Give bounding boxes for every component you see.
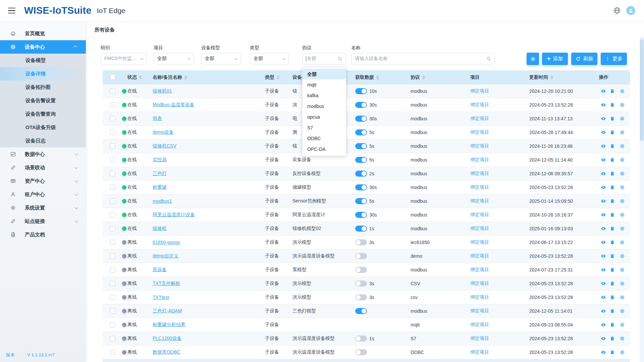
bind-project-link[interactable]: 绑定项目 [470,349,489,355]
device-name-link[interactable]: 三色灯-ADAM [153,308,182,314]
settings-icon[interactable] [619,212,625,218]
view-icon[interactable] [600,239,606,245]
row-checkbox[interactable] [110,198,115,204]
row-checkbox[interactable] [110,336,115,341]
delete-icon[interactable] [610,143,615,149]
bind-project-link[interactable]: 绑定项目 [470,336,489,342]
settings-icon[interactable] [619,184,625,190]
bind-project-link[interactable]: 绑定项目 [470,281,489,287]
device-name-link[interactable]: 镭修机 [153,226,167,232]
sidebar-item-scene-linkage[interactable]: 场景联动 [0,161,86,174]
column-header-actions[interactable]: 操作 [599,74,608,80]
row-checkbox[interactable] [110,240,115,245]
bind-project-link[interactable]: 绑定项目 [470,226,489,232]
delete-icon[interactable] [610,198,615,204]
device-name-link[interactable]: 电表 [153,116,162,122]
sidebar-item-site-links[interactable]: 站点链接 [0,215,86,228]
menu-toggle-icon[interactable] [8,8,15,14]
delete-icon[interactable] [610,226,615,232]
sort-icon[interactable] [184,75,187,79]
device-name-link[interactable]: 称重罐分析结果 [153,322,185,328]
sidebar-subitem[interactable]: 设备告警设置 [0,94,86,107]
view-icon[interactable] [600,253,606,259]
column-header-type[interactable]: 类型 [265,74,279,80]
view-icon[interactable] [600,281,606,287]
delete-icon[interactable] [610,322,615,328]
sidebar-subitem[interactable]: 设备拓扑图 [0,80,86,94]
acquire-toggle[interactable] [355,129,367,135]
row-checkbox[interactable] [110,185,115,190]
bind-project-link[interactable]: 绑定项目 [470,308,489,314]
sidebar-item-data-center[interactable]: 数据中心 [0,147,86,161]
settings-icon[interactable] [619,198,625,204]
sort-icon[interactable] [277,75,279,79]
view-icon[interactable] [600,88,606,94]
filter-select-model[interactable]: 全部 [201,53,241,64]
delete-icon[interactable] [610,240,615,245]
sort-icon[interactable] [376,75,379,79]
delete-icon[interactable] [610,171,615,177]
settings-icon[interactable] [619,239,625,245]
view-icon[interactable] [600,336,606,342]
protocol-option[interactable]: kafka [303,90,346,101]
delete-icon[interactable] [610,295,615,300]
device-name-link[interactable]: Modbus-温湿度设备 [153,102,194,108]
select-all-checkbox[interactable] [110,74,115,80]
delete-icon[interactable] [610,267,615,273]
sidebar-subitem[interactable]: 设备日志 [0,134,86,147]
device-name-link[interactable]: demo设备 [153,129,174,135]
acquire-toggle[interactable] [355,143,367,149]
protocol-option[interactable]: mqtt [303,79,346,90]
settings-icon[interactable] [619,143,625,149]
acquire-toggle[interactable] [355,239,367,245]
settings-icon[interactable] [619,322,625,328]
bind-project-link[interactable]: 绑定项目 [470,143,489,149]
protocol-option[interactable]: opcua [303,112,346,122]
delete-icon[interactable] [610,253,615,259]
bind-project-link[interactable]: 绑定项目 [470,116,489,122]
column-header-name[interactable]: 名称/备注名称 [153,74,187,80]
settings-icon[interactable] [619,336,625,342]
filter-select-project[interactable]: 全部 [154,53,194,64]
filter-select-type[interactable]: 全部 [250,53,289,64]
sidebar-subitem[interactable]: 设备告警查询 [0,107,86,121]
device-name-link[interactable]: demo自定义 [153,253,178,259]
view-icon[interactable] [600,294,606,300]
row-checkbox[interactable] [110,253,115,259]
settings-icon[interactable] [619,157,625,163]
name-search-input[interactable]: 请输入设备名称 [351,53,495,64]
acquire-toggle[interactable] [355,349,367,355]
view-icon[interactable] [600,267,606,273]
row-checkbox[interactable] [110,212,115,218]
column-header-project[interactable]: 项目 [470,74,480,80]
row-checkbox[interactable] [110,281,115,286]
delete-icon[interactable] [610,116,615,122]
row-checkbox[interactable] [110,143,115,149]
scrollbar[interactable] [640,37,644,362]
language-globe-icon[interactable] [613,7,621,14]
settings-icon[interactable] [619,294,625,300]
sidebar-subitem[interactable]: 设备模型 [0,54,86,67]
delete-icon[interactable] [610,130,615,135]
row-checkbox[interactable] [110,350,115,355]
acquire-toggle[interactable] [355,294,367,300]
row-checkbox[interactable] [110,308,115,314]
acquire-toggle[interactable] [355,212,367,218]
bind-project-link[interactable]: 绑定项目 [470,239,489,245]
sidebar-item-device-center[interactable]: 设备中心 [0,40,86,54]
delete-icon[interactable] [610,157,615,163]
view-icon[interactable] [600,349,606,355]
bind-project-link[interactable]: 绑定项目 [470,212,489,218]
device-name-link[interactable]: TXTtest [153,295,169,300]
bind-project-link[interactable]: 绑定项目 [470,171,489,177]
bind-project-link[interactable]: 绑定项目 [470,294,489,300]
acquire-toggle[interactable] [355,267,367,273]
settings-icon[interactable] [619,253,625,259]
bind-project-link[interactable]: 绑定项目 [470,322,489,328]
sidebar-item-system-settings[interactable]: 系统设置 [0,201,86,215]
row-checkbox[interactable] [110,88,115,94]
column-header-protocol[interactable]: 协议 [411,74,425,80]
filter-select-protocol[interactable]: 全部 [302,53,346,64]
acquire-toggle[interactable] [355,116,367,122]
sort-icon[interactable] [422,75,425,79]
